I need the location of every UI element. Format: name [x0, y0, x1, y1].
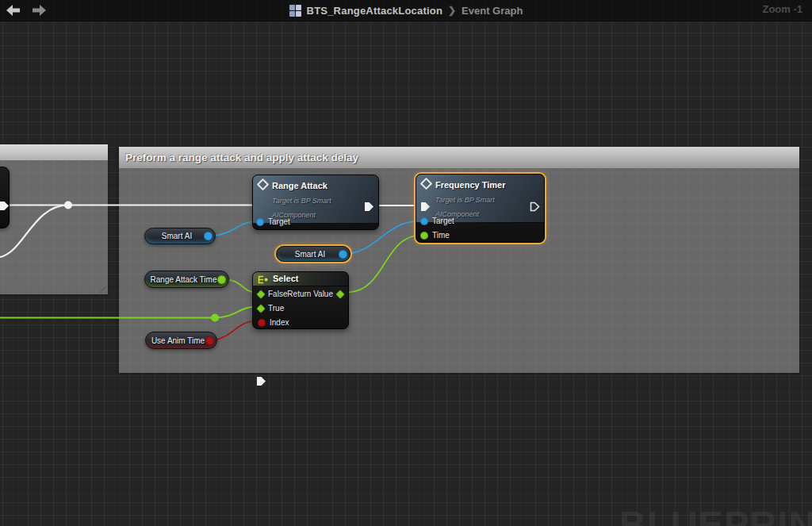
variable-pill-smart-ai-2[interactable]: Smart AI	[276, 246, 350, 262]
pin-label-false: False	[268, 290, 287, 298]
pin-label-time: Time	[432, 231, 450, 240]
graph-toolbar: BTS_RangeAttackLocation ❯ Event Graph	[0, 0, 812, 21]
float-output-pin[interactable]	[217, 275, 226, 284]
comment-box-left[interactable]	[0, 144, 108, 294]
exec-input-pin[interactable]	[256, 376, 266, 386]
true-input-pin[interactable]	[256, 304, 265, 313]
comment-main-header[interactable]: Preform a range attack and apply attack …	[119, 147, 799, 168]
select-icon	[258, 275, 268, 284]
blueprint-watermark: BLUEPRINT	[619, 502, 812, 526]
breadcrumb: BTS_RangeAttackLocation ❯ Event Graph	[0, 0, 812, 21]
variable-pill-range-attack-time[interactable]: Range Attack Time	[144, 271, 229, 288]
target-input-pin[interactable]	[256, 218, 264, 226]
node-title: Select	[273, 274, 298, 284]
comment-left-body[interactable]	[0, 160, 108, 294]
return-value-output-pin[interactable]	[335, 290, 344, 298]
offscreen-node-stub[interactable]	[0, 167, 10, 228]
pin-label-target: Target	[268, 217, 290, 226]
exec-output-pin[interactable]	[0, 201, 10, 211]
target-input-pin[interactable]	[420, 217, 428, 225]
node-frequency-timer-header: Frequency Timer Target is BP Smart AICom…	[416, 175, 544, 223]
blueprint-editor: BLUEPRINT Preform a range attack and app…	[0, 0, 812, 526]
node-select-header: Select	[253, 272, 348, 286]
pin-label-index: Index	[270, 318, 289, 327]
pin-label-target: Target	[432, 217, 454, 225]
pill-label: Use Anim Time	[151, 336, 211, 345]
pill-label: Smart AI	[162, 232, 198, 240]
blueprint-icon	[289, 5, 301, 17]
pin-label-return-value: Return Value	[287, 290, 333, 298]
breadcrumb-asset-name[interactable]: BTS_RangeAttackLocation	[307, 5, 442, 17]
variable-pill-use-anim-time[interactable]: Use Anim Time	[145, 332, 217, 349]
exec-output-pin[interactable]	[364, 202, 374, 212]
breadcrumb-graph-name[interactable]: Event Graph	[462, 5, 523, 17]
bool-output-pin[interactable]	[205, 336, 214, 345]
object-output-pin[interactable]	[204, 232, 213, 240]
false-input-pin[interactable]	[256, 290, 265, 298]
zoom-level-indicator: Zoom -1	[762, 3, 802, 15]
node-subtitle: Target is BP Smart AIComponent	[435, 196, 495, 218]
object-output-pin[interactable]	[339, 250, 347, 259]
exec-input-pin[interactable]	[420, 202, 431, 212]
variable-pill-smart-ai-1[interactable]: Smart AI	[144, 228, 216, 244]
node-select[interactable]: Select False True Index Return Value	[252, 271, 349, 329]
chevron-right-icon: ❯	[448, 5, 456, 16]
pill-label: Smart AI	[295, 250, 331, 259]
back-arrow-button[interactable]	[6, 5, 21, 16]
function-icon	[257, 179, 270, 191]
index-input-pin[interactable]	[258, 319, 266, 327]
pin-label-true: True	[268, 304, 284, 313]
function-icon	[420, 178, 433, 190]
exec-output-pin[interactable]	[530, 202, 540, 212]
node-subtitle: Target is BP Smart AIComponent	[272, 197, 331, 219]
node-range-attack[interactable]: Range Attack Target is BP Smart AICompon…	[252, 175, 379, 230]
pill-label: Range Attack Time	[151, 275, 224, 284]
comment-left-header[interactable]	[0, 144, 108, 160]
node-range-attack-header: Range Attack Target is BP Smart AICompon…	[253, 175, 378, 224]
time-input-pin[interactable]	[420, 232, 428, 240]
node-title: Frequency Timer	[435, 180, 505, 190]
node-title: Range Attack	[272, 181, 327, 190]
node-frequency-timer[interactable]: Frequency Timer Target is BP Smart AICom…	[416, 174, 545, 243]
forward-arrow-button[interactable]	[32, 5, 46, 16]
